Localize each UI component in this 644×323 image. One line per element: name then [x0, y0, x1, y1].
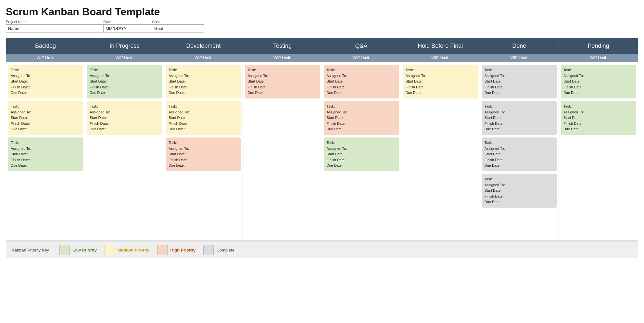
goal-input[interactable]: [152, 24, 204, 32]
priority-swatch-0: [59, 245, 70, 255]
card-0-0[interactable]: Task: Assigned To: Start Date: Finish Da…: [8, 65, 83, 98]
priority-swatch-1: [105, 245, 115, 255]
card-7-1[interactable]: Task: Assigned To: Start Date: Finish Da…: [561, 101, 636, 135]
card-5-0[interactable]: Task: Assigned To: Start Date: Finish Da…: [403, 65, 478, 98]
priority-bar: Kanban Priority Key Low PriorityMedium P…: [6, 241, 638, 258]
page-title: Scrum Kanban Board Template: [6, 6, 638, 18]
date-input[interactable]: [103, 24, 152, 32]
card-4-1[interactable]: Task: Assigned To: Start Date: Finish Da…: [324, 101, 399, 135]
card-6-2[interactable]: Task: Assigned To: Start Date: Finish Da…: [482, 137, 557, 171]
project-name-label: Project Name: [6, 20, 103, 24]
board-wip: WIP Limit:WIP Limit:WIP Limit:WIP Limit:…: [6, 54, 638, 62]
project-name-input[interactable]: [6, 24, 103, 32]
card-2-1[interactable]: Task: Assigned To: Start Date: Finish Da…: [166, 101, 241, 135]
date-label: Date: [103, 20, 152, 24]
priority-swatch-3: [203, 245, 214, 255]
priority-swatch-2: [157, 245, 168, 255]
card-1-0[interactable]: Task: Assigned To: Start Date: Finish Da…: [87, 65, 162, 98]
card-1-1[interactable]: Task: Assigned To: Start Date: Finish Da…: [87, 101, 162, 135]
wip-row-6: WIP Limit:: [480, 54, 559, 62]
priority-item-3: Complete: [203, 245, 234, 255]
col-header-0: Backlog: [6, 38, 85, 54]
card-0-2[interactable]: Task: Assigned To: Start Date: Finish Da…: [8, 137, 83, 171]
card-4-2[interactable]: Task: Assigned To: Start Date: Finish Da…: [324, 137, 399, 171]
col-body-4: Task: Assigned To: Start Date: Finish Da…: [322, 62, 401, 241]
wip-row-4: WIP Limit:: [322, 54, 401, 62]
col-body-1: Task: Assigned To: Start Date: Finish Da…: [85, 62, 164, 241]
card-6-3[interactable]: Task: Assigned To: Start Date: Finish Da…: [482, 174, 557, 208]
card-6-1[interactable]: Task: Assigned To: Start Date: Finish Da…: [482, 101, 557, 135]
goal-field: Goal: [152, 20, 204, 32]
wip-row-1: WIP Limit:: [85, 54, 164, 62]
date-field: Date: [103, 20, 152, 32]
col-header-5: Hold Before Final: [401, 38, 480, 54]
wip-row-3: WIP Limit:: [243, 54, 322, 62]
wip-row-5: WIP Limit:: [401, 54, 480, 62]
priority-item-1: Medium Priority: [105, 245, 149, 255]
priority-text-2: High Priority: [170, 248, 196, 252]
col-body-6: Task: Assigned To: Start Date: Finish Da…: [480, 62, 559, 241]
wip-row-2: WIP Limit:: [164, 54, 243, 62]
meta-row: Project Name Date Goal: [6, 20, 638, 32]
col-body-3: Task: Assigned To: Start Date: Finish Da…: [243, 62, 322, 241]
wip-row-7: WIP Limit:: [559, 54, 638, 62]
card-3-0[interactable]: Task: Assigned To: Start Date: Finish Da…: [245, 65, 320, 98]
col-header-2: Development: [164, 38, 243, 54]
col-header-6: Done: [480, 38, 559, 54]
goal-label: Goal: [152, 20, 204, 24]
project-name-field: Project Name: [6, 20, 103, 32]
col-header-4: Q&A: [322, 38, 401, 54]
card-2-2[interactable]: Task: Assigned To: Start Date: Finish Da…: [166, 137, 241, 171]
col-header-3: Testing: [243, 38, 322, 54]
card-4-0[interactable]: Task: Assigned To: Start Date: Finish Da…: [324, 65, 399, 98]
priority-items: Low PriorityMedium PriorityHigh Priority…: [59, 245, 234, 255]
card-7-0[interactable]: Task: Assigned To: Start Date: Finish Da…: [561, 65, 636, 98]
priority-text-3: Complete: [216, 248, 234, 252]
col-header-1: In Progress: [85, 38, 164, 54]
priority-item-2: High Priority: [157, 245, 196, 255]
wip-row-0: WIP Limit:: [6, 54, 85, 62]
board-wrapper: BacklogIn ProgressDevelopmentTestingQ&AH…: [6, 38, 638, 241]
col-body-7: Task: Assigned To: Start Date: Finish Da…: [559, 62, 638, 241]
col-header-7: Pending: [559, 38, 638, 54]
col-body-0: Task: Assigned To: Start Date: Finish Da…: [6, 62, 85, 241]
priority-key-label: Kanban Priority Key: [12, 248, 49, 252]
col-body-5: Task: Assigned To: Start Date: Finish Da…: [401, 62, 480, 241]
priority-item-0: Low Priority: [59, 245, 97, 255]
card-0-1[interactable]: Task: Assigned To: Start Date: Finish Da…: [8, 101, 83, 135]
board-headers: BacklogIn ProgressDevelopmentTestingQ&AH…: [6, 38, 638, 54]
card-6-0[interactable]: Task: Assigned To: Start Date: Finish Da…: [482, 65, 557, 98]
priority-text-0: Low Priority: [72, 248, 97, 252]
col-body-2: Task: Assigned To: Start Date: Finish Da…: [164, 62, 243, 241]
priority-text-1: Medium Priority: [118, 248, 149, 252]
board-body: Task: Assigned To: Start Date: Finish Da…: [6, 62, 638, 241]
card-2-0[interactable]: Task: Assigned To: Start Date: Finish Da…: [166, 65, 241, 98]
